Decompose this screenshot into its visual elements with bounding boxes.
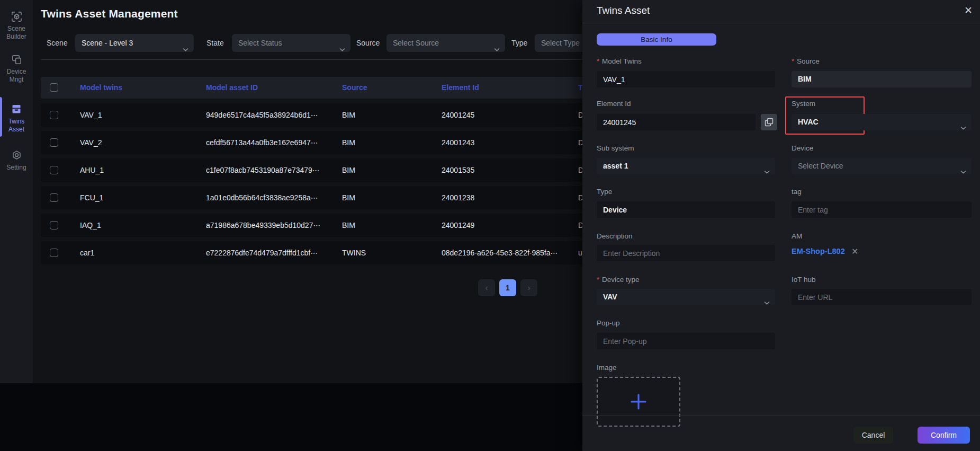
type-filter-label: Type xyxy=(511,34,527,52)
close-icon[interactable]: ✕ xyxy=(961,4,975,17)
divider xyxy=(582,415,980,415)
row-checkbox[interactable] xyxy=(50,221,58,229)
am-asset-link[interactable]: EM-Shop-L802 xyxy=(792,247,845,255)
tag-label: tag xyxy=(792,188,802,196)
drawer-title: Twins Asset xyxy=(597,5,650,16)
description-label: Description xyxy=(597,232,633,240)
device-type-label: *Device type xyxy=(597,276,640,284)
twins-asset-icon xyxy=(0,103,33,116)
sidebar-item-twins-asset[interactable]: Twins Asset xyxy=(0,103,33,134)
sidebar-item-label: Mngt xyxy=(0,76,33,84)
type-select-placeholder: Select Type xyxy=(541,39,580,47)
cell-source: BIM xyxy=(342,186,355,209)
scene-filter-label: Scene xyxy=(47,34,68,52)
sidebar-item-label: Scene xyxy=(0,25,33,33)
sidebar-item-label: Twins xyxy=(0,118,33,126)
row-checkbox[interactable] xyxy=(50,249,58,257)
cell-source: BIM xyxy=(342,214,355,237)
element-id-input[interactable] xyxy=(597,114,756,130)
cell-model-asset-id: c1fe07f8acb7453190a87e73479⋯ xyxy=(206,158,320,182)
popup-label: Pop-up xyxy=(597,319,620,327)
column-header-source[interactable]: Source xyxy=(342,77,367,99)
popup-input[interactable] xyxy=(597,333,775,349)
sidebar-item-scene-builder[interactable]: Scene Builder xyxy=(0,11,33,41)
sidebar-item-device-mngt[interactable]: Device Mngt xyxy=(0,54,33,84)
element-id-label: Element Id xyxy=(597,100,631,108)
copy-button[interactable] xyxy=(761,114,777,130)
required-asterisk: * xyxy=(792,57,794,65)
device-select-placeholder: Select Device xyxy=(798,162,843,170)
device-type-select[interactable]: VAV xyxy=(597,289,775,305)
description-input[interactable] xyxy=(597,245,775,261)
sidebar-item-label: Setting xyxy=(0,164,33,172)
device-mngt-icon xyxy=(0,54,33,66)
cell-model-asset-id: 1a01e0db56b64cf3838ae9258a⋯ xyxy=(206,186,318,209)
required-asterisk: * xyxy=(597,276,599,284)
sub-system-label: Sub system xyxy=(597,144,634,152)
scene-select[interactable]: Scene - Level 3 xyxy=(75,34,194,52)
cell-element-id: 24001535 xyxy=(442,158,474,182)
sidebar: Scene Builder Device Mngt xyxy=(0,0,33,383)
system-select[interactable]: HVAC xyxy=(792,114,972,130)
image-label: Image xyxy=(597,364,617,372)
type-input[interactable] xyxy=(597,201,775,218)
cell-model-twins: VAV_2 xyxy=(80,131,102,154)
state-select[interactable]: Select Status xyxy=(232,34,350,52)
device-select[interactable]: Select Device xyxy=(792,158,972,174)
iot-hub-input[interactable] xyxy=(792,289,972,305)
state-filter-label: State xyxy=(206,34,224,52)
row-checkbox[interactable] xyxy=(50,138,58,147)
chevron-down-icon xyxy=(764,295,770,311)
confirm-button[interactable]: Confirm xyxy=(918,427,970,444)
pagination-next-button[interactable]: › xyxy=(520,279,537,296)
cell-model-twins: IAQ_1 xyxy=(80,214,101,237)
cell-element-id: 24001249 xyxy=(442,214,474,237)
scene-builder-icon xyxy=(0,11,33,23)
sidebar-item-label: Device xyxy=(0,68,33,76)
tag-input[interactable] xyxy=(792,201,972,218)
row-checkbox[interactable] xyxy=(50,111,58,119)
type-label: Type xyxy=(597,188,612,196)
setting-icon xyxy=(0,149,33,162)
remove-icon[interactable]: ✕ xyxy=(851,246,858,257)
column-header-model-asset-id[interactable]: Model asset ID xyxy=(206,77,258,99)
cell-model-asset-id: a71986a678be49339eb5d10d27⋯ xyxy=(206,214,320,237)
system-label: System xyxy=(792,100,815,108)
sidebar-item-label: Asset xyxy=(0,126,33,134)
select-all-checkbox[interactable] xyxy=(50,83,58,92)
chevron-down-icon xyxy=(183,40,188,58)
source-select[interactable]: Select Source xyxy=(386,34,505,52)
cell-model-asset-id: cefdf56713a44a0fb3e162e6947⋯ xyxy=(206,131,318,154)
cell-source: BIM xyxy=(342,158,355,182)
row-checkbox[interactable] xyxy=(50,166,58,174)
cell-model-twins: VAV_1 xyxy=(80,103,102,127)
state-select-placeholder: Select Status xyxy=(238,39,282,47)
sub-system-select[interactable]: asset 1 xyxy=(597,158,775,174)
system-select-value: HVAC xyxy=(798,118,819,126)
column-header-model-twins[interactable]: Model twins xyxy=(80,77,122,99)
sub-system-select-value: asset 1 xyxy=(603,162,628,170)
cell-element-id: 08de2196-a626-45e3-822f-985fa⋯ xyxy=(442,241,558,264)
row-checkbox[interactable] xyxy=(50,193,58,202)
device-label: Device xyxy=(792,144,813,152)
source-label: *Source xyxy=(792,57,820,65)
chevron-down-icon xyxy=(494,40,500,58)
sidebar-item-label: Builder xyxy=(0,33,33,41)
divider xyxy=(582,23,980,23)
cell-source: BIM xyxy=(342,131,355,154)
chevron-down-icon xyxy=(960,120,966,136)
source-value-box: BIM xyxy=(792,71,972,87)
cancel-button[interactable]: Cancel xyxy=(853,427,893,444)
column-header-element-id[interactable]: Element Id xyxy=(442,77,479,99)
pagination-page-1[interactable]: 1 xyxy=(499,279,516,296)
cell-type: u xyxy=(578,241,582,264)
sidebar-item-setting[interactable]: Setting xyxy=(0,149,33,172)
image-upload-box[interactable] xyxy=(597,377,680,427)
cell-source: TWINS xyxy=(342,241,366,264)
tab-basic-info[interactable]: Basic Info xyxy=(597,33,716,46)
cell-element-id: 24001243 xyxy=(442,131,474,154)
iot-hub-label: IoT hub xyxy=(792,276,816,284)
scene-select-value: Scene - Level 3 xyxy=(82,39,133,47)
model-twins-input[interactable] xyxy=(597,71,775,87)
pagination-prev-button[interactable]: ‹ xyxy=(478,279,495,296)
